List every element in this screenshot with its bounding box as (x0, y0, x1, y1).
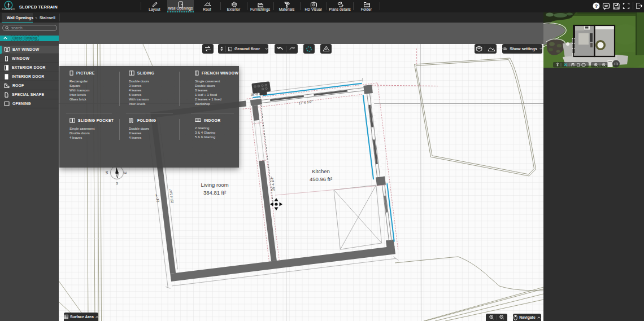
svg-text:S: S (116, 182, 118, 185)
svg-text:450.96 ft²: 450.96 ft² (310, 176, 332, 182)
svg-text:E: E (124, 172, 127, 174)
svg-text:?: ? (595, 3, 598, 9)
svg-text:W: W (105, 171, 108, 174)
svg-text:Kitchen: Kitchen (312, 168, 330, 174)
svg-text:Living room: Living room (201, 182, 228, 188)
svg-text:384.81 ft²: 384.81 ft² (203, 190, 226, 196)
